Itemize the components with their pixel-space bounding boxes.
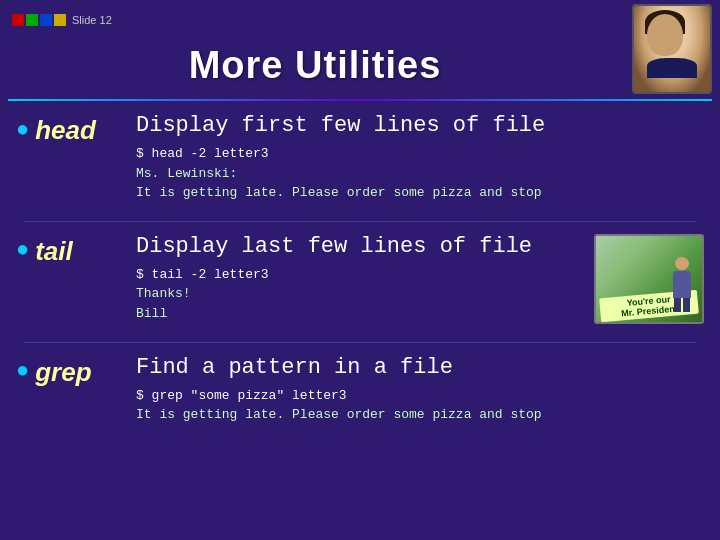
tail-code-line-2: Thanks! xyxy=(136,284,584,304)
header-photo xyxy=(632,4,712,94)
grep-bullet-icon: ● xyxy=(16,361,29,383)
tail-code-line-3: Bill xyxy=(136,304,584,324)
grep-content: Find a pattern in a file $ grep "some pi… xyxy=(136,355,704,425)
head-description: Display first few lines of file xyxy=(136,113,704,138)
head-code-line-2: Ms. Lewinski: xyxy=(136,164,704,184)
tail-description: Display last few lines of file xyxy=(136,234,584,259)
tail-bullet-label: ● tail xyxy=(16,234,136,267)
ps-body xyxy=(673,271,691,298)
head-section: ● head Display first few lines of file $… xyxy=(16,113,704,203)
title-section: More Utilities xyxy=(0,36,630,99)
ps-leg-left xyxy=(674,298,681,312)
grep-section: ● grep Find a pattern in a file $ grep "… xyxy=(16,355,704,425)
divider-2 xyxy=(24,342,696,343)
slide-number: Slide 12 xyxy=(72,14,112,26)
head-code-line-3: It is getting late. Please order some pi… xyxy=(136,183,704,203)
content-area: ● head Display first few lines of file $… xyxy=(0,113,720,425)
grep-code: $ grep "some pizza" letter3 It is gettin… xyxy=(136,386,704,425)
tail-code-line-1: $ tail -2 letter3 xyxy=(136,265,584,285)
logo-box-yellow xyxy=(54,14,66,26)
ps-leg-right xyxy=(683,298,690,312)
head-label: head xyxy=(35,115,96,146)
logo-box-red xyxy=(12,14,24,26)
tail-code: $ tail -2 letter3 Thanks! Bill xyxy=(136,265,584,324)
grep-bullet-label: ● grep xyxy=(16,355,136,388)
person-in-photo xyxy=(668,257,696,312)
tail-bullet-icon: ● xyxy=(16,240,29,262)
logo-box-green xyxy=(26,14,38,26)
tail-photo-inner: You're ourMr. President xyxy=(596,236,702,322)
title-divider xyxy=(8,99,712,101)
head-bullet-label: ● head xyxy=(16,113,136,146)
head-code-line-1: $ head -2 letter3 xyxy=(136,144,704,164)
logo-box-blue xyxy=(40,14,52,26)
divider-1 xyxy=(24,221,696,222)
silhouette-body xyxy=(647,58,697,78)
tail-content: Display last few lines of file $ tail -2… xyxy=(136,234,704,324)
ps-head xyxy=(675,257,689,270)
ps-legs xyxy=(674,298,690,312)
silhouette-head xyxy=(647,14,683,56)
tail-section-row: ● tail Display last few lines of file $ … xyxy=(16,234,704,324)
tail-photo: You're ourMr. President xyxy=(594,234,704,324)
logo-boxes xyxy=(12,14,66,26)
slide: Slide 12 More Utilities ● head Display f… xyxy=(0,0,720,540)
grep-description: Find a pattern in a file xyxy=(136,355,704,380)
tail-text: Display last few lines of file $ tail -2… xyxy=(136,234,584,324)
grep-code-line-2: It is getting late. Please order some pi… xyxy=(136,405,704,425)
tail-inner: Display last few lines of file $ tail -2… xyxy=(136,234,704,324)
page-title: More Utilities xyxy=(0,44,630,87)
logo-area: Slide 12 xyxy=(12,14,112,26)
head-content: Display first few lines of file $ head -… xyxy=(136,113,704,203)
grep-code-line-1: $ grep "some pizza" letter3 xyxy=(136,386,704,406)
tail-label: tail xyxy=(35,236,73,267)
person-silhouette xyxy=(647,14,697,78)
top-bar: Slide 12 xyxy=(0,0,720,36)
grep-label: grep xyxy=(35,357,91,388)
head-code: $ head -2 letter3 Ms. Lewinski: It is ge… xyxy=(136,144,704,203)
head-bullet-icon: ● xyxy=(16,120,29,142)
